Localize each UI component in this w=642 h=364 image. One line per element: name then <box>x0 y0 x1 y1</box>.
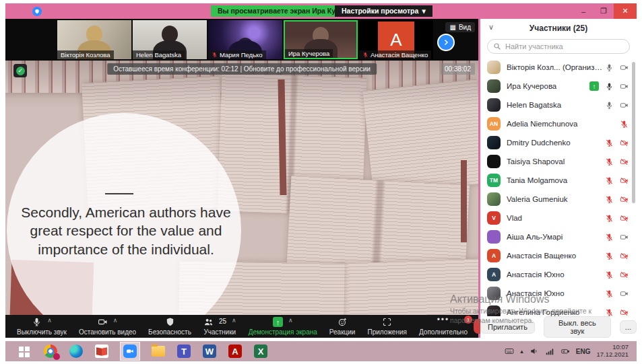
participant-status-icons <box>605 233 629 242</box>
more-options-button[interactable]: ... <box>620 320 637 334</box>
toolbar-item-label: Участники <box>203 328 236 336</box>
participant-row[interactable]: TMTania Molgamova <box>480 171 637 190</box>
close-button[interactable]: ✕ <box>614 3 637 19</box>
taskbar-word-button[interactable]: W <box>202 344 217 359</box>
time-remaining-notice[interactable]: Оставшееся время конференции: 02:12 | Об… <box>107 63 377 75</box>
participant-name: Анастасія Ващенко <box>507 252 605 260</box>
chevron-up-icon[interactable]: ∧ <box>232 317 236 324</box>
participant-row[interactable]: Анастасія Юхно <box>480 284 637 303</box>
clock[interactable]: 10:07 17.12.2021 <box>596 344 629 359</box>
participant-row[interactable]: Valeria Gumeniuk <box>480 190 637 209</box>
toolbar-item[interactable]: Приложения <box>361 315 413 338</box>
taskbar-teams-button[interactable]: T <box>176 344 191 359</box>
mute-all-button[interactable]: Выкл. весь звук <box>544 316 611 338</box>
toolbar-item[interactable]: •••Дополнительно1 <box>413 315 474 338</box>
start-button[interactable] <box>15 342 32 360</box>
participant-row[interactable]: Вікторія Козл... (Организатор, я) <box>480 58 637 77</box>
taskbar-excel-button[interactable]: X <box>253 344 268 359</box>
chevron-down-icon: ▾ <box>422 5 425 17</box>
mic-icon <box>605 63 614 72</box>
search-input[interactable] <box>487 39 630 54</box>
tile-name-label: Helen Bagatska <box>133 50 185 59</box>
meeting-security-icon[interactable]: ✓ <box>13 64 27 77</box>
video-tile[interactable]: Мария Педько <box>208 20 282 59</box>
muted-mic-icon <box>605 252 614 260</box>
minimize-button[interactable]: – <box>573 3 593 19</box>
participant-row[interactable]: ANAdelia Niemchunova <box>480 114 637 133</box>
avatar <box>487 155 501 168</box>
tile-name-label: Ира Кучерова <box>285 49 333 58</box>
toolbar-item[interactable]: ↑∧Демонстрация экрана <box>243 315 323 338</box>
participant-name: Dmitry Dudchenko <box>507 139 605 147</box>
muted-mic-icon <box>605 270 614 279</box>
participant-row[interactable]: AАнастасія Юхно <box>480 265 637 284</box>
participant-name: Ангелина Гордиенко <box>507 308 605 316</box>
chevron-up-icon[interactable]: ∧ <box>288 317 293 324</box>
view-settings-dropdown[interactable]: Настройки просмотра ▾ <box>335 5 432 17</box>
taskbar-acrobat-button[interactable]: A <box>228 344 243 359</box>
battery-icon[interactable] <box>560 347 570 356</box>
tray-chevron-up-icon[interactable]: ▴ <box>520 348 523 355</box>
chevron-up-icon[interactable]: ∧ <box>113 317 118 324</box>
touch-keyboard-icon[interactable] <box>505 347 514 356</box>
toolbar-item[interactable]: ∧Выключить звук <box>11 315 73 338</box>
participant-row[interactable]: Аіша Аль-Умарі <box>480 227 637 246</box>
participant-name: Ира Кучерова <box>507 82 589 90</box>
taskbar-reader-button[interactable] <box>94 344 109 359</box>
language-indicator[interactable]: ENG <box>576 348 591 355</box>
video-tile[interactable]: Ира Кучерова <box>284 20 358 59</box>
participant-row[interactable]: Dmitry Dudchenko <box>480 133 637 152</box>
muted-mic-icon <box>605 289 614 298</box>
meeting-encryption-icon[interactable] <box>32 7 42 16</box>
view-mode-button[interactable]: ▦ Вид <box>445 22 475 32</box>
mic-icon <box>605 101 614 110</box>
participant-row[interactable]: VVlad <box>480 209 637 227</box>
word-icon: W <box>203 344 216 358</box>
taskbar-explorer-button[interactable] <box>151 344 166 359</box>
toolbar-item-label: Демонстрация экрана <box>249 328 317 336</box>
toolbar-item[interactable]: Реакции <box>323 315 362 338</box>
next-page-arrow-button[interactable] <box>437 34 455 51</box>
panel-header: ∨ Участники (25) <box>480 19 637 38</box>
camera-icon <box>620 63 629 72</box>
toolbar-item[interactable]: ∧Остановить видео <box>73 315 142 338</box>
participant-row[interactable]: Helen Bagatska <box>480 96 637 114</box>
zoom-toolbar: ∧Выключить звук ∧Остановить видеоБезопас… <box>5 315 478 338</box>
participant-status-icons <box>605 195 629 204</box>
toolbar-item-label: Дополнительно <box>419 328 468 336</box>
participant-row[interactable]: AАнастасія Ващенко <box>480 246 637 265</box>
video-tile[interactable]: A Анастасія Ващенко <box>359 20 433 59</box>
taskbar-chrome-button[interactable] <box>43 344 58 359</box>
participant-status-icons <box>605 63 629 72</box>
muted-mic-icon <box>605 176 614 185</box>
invite-button[interactable]: Пригласить <box>480 320 535 334</box>
acrobat-icon: A <box>228 344 242 358</box>
participant-name: Tania Molgamova <box>507 176 605 184</box>
volume-icon[interactable] <box>529 347 539 356</box>
meeting-timer: 00:38:02 <box>441 63 475 75</box>
chevron-up-icon[interactable]: ∧ <box>47 317 52 324</box>
zoom-app-icon <box>123 344 137 358</box>
taskbar-zoom-button[interactable] <box>120 342 140 361</box>
panel-collapse-chevron-icon[interactable]: ∨ <box>488 23 494 32</box>
panel-footer: Пригласить Выкл. весь звук ... <box>480 316 637 338</box>
participant-row[interactable]: Ира Кучерова↑ <box>480 77 637 96</box>
participant-name: Taisiya Shapoval <box>507 157 605 166</box>
participant-status-icons: ↑ <box>589 81 629 91</box>
view-mode-label: Вид <box>459 24 471 31</box>
video-tile[interactable]: Helen Bagatska <box>133 20 207 59</box>
taskbar-edge-button[interactable] <box>69 344 84 359</box>
avatar: AN <box>487 117 501 131</box>
toolbar-item[interactable]: 25∧Участники <box>197 315 243 338</box>
network-signal-icon[interactable] <box>545 347 554 356</box>
camera-off-icon <box>620 157 629 166</box>
restore-button[interactable]: ❐ <box>593 3 614 19</box>
notification-badge: 1 <box>464 316 472 324</box>
edge-icon <box>69 344 83 358</box>
teams-icon: T <box>177 344 191 358</box>
camera-off-icon <box>620 252 629 260</box>
participant-row[interactable]: Taisiya Shapoval <box>480 152 637 171</box>
search-box <box>487 39 630 54</box>
toolbar-item[interactable]: Безопасность <box>142 315 197 338</box>
video-tile[interactable]: Вікторія Козлова <box>57 20 131 59</box>
